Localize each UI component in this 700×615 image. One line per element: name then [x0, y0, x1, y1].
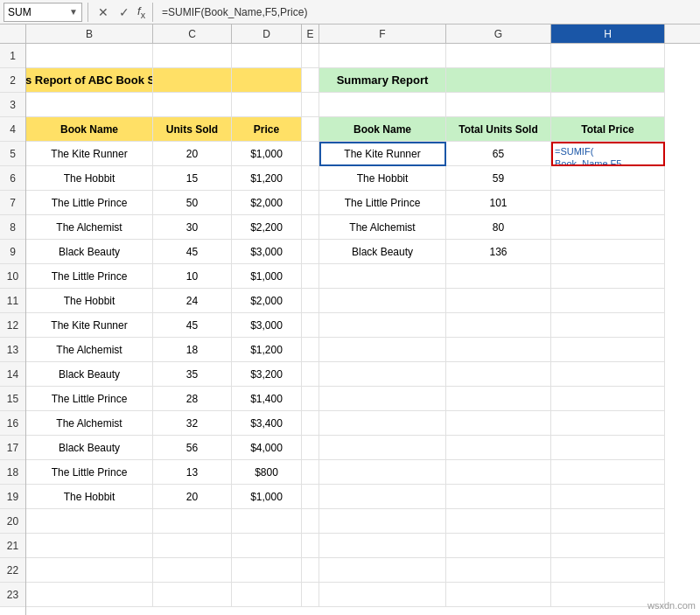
cell-g3[interactable] [446, 93, 551, 117]
cell-e6[interactable] [302, 166, 319, 191]
cell-e14[interactable] [302, 362, 319, 387]
cell-d5[interactable]: $1,000 [232, 142, 302, 166]
cell-f20[interactable] [319, 509, 446, 534]
cell-b16[interactable]: The Alchemist [26, 411, 153, 436]
cell-c22[interactable] [153, 558, 232, 583]
cell-g8[interactable]: 80 [446, 215, 551, 240]
cell-e15[interactable] [302, 387, 319, 411]
cell-b3[interactable] [26, 93, 153, 117]
cell-e18[interactable] [302, 460, 319, 485]
cell-c1[interactable] [153, 44, 232, 68]
cell-e4[interactable] [302, 117, 319, 142]
cell-e19[interactable] [302, 485, 319, 509]
cell-h13[interactable] [551, 338, 665, 362]
cell-h19[interactable] [551, 485, 665, 509]
cell-b18[interactable]: The Little Prince [26, 460, 153, 485]
cell-g6[interactable]: 59 [446, 166, 551, 191]
cell-h8[interactable] [551, 215, 665, 240]
cell-d19[interactable]: $1,000 [232, 485, 302, 509]
cell-f19[interactable] [319, 485, 446, 509]
cell-d9[interactable]: $3,000 [232, 240, 302, 264]
cell-c20[interactable] [153, 509, 232, 534]
cell-c12[interactable]: 45 [153, 313, 232, 338]
cell-h20[interactable] [551, 509, 665, 534]
cell-g10[interactable] [446, 264, 551, 289]
cell-h6[interactable] [551, 166, 665, 191]
cell-b12[interactable]: The Kite Runner [26, 313, 153, 338]
cell-g4-header[interactable]: Total Units Sold [446, 117, 551, 142]
cell-g20[interactable] [446, 509, 551, 534]
cell-f3[interactable] [319, 93, 446, 117]
cell-b2-title[interactable]: Sales Report of ABC Book Store [26, 68, 153, 93]
cell-d12[interactable]: $3,000 [232, 313, 302, 338]
cell-h18[interactable] [551, 460, 665, 485]
cell-d20[interactable] [232, 509, 302, 534]
cell-d17[interactable]: $4,000 [232, 436, 302, 460]
cell-b14[interactable]: Black Beauty [26, 362, 153, 387]
cell-b22[interactable] [26, 558, 153, 583]
cell-c3[interactable] [153, 93, 232, 117]
cell-e13[interactable] [302, 338, 319, 362]
cell-f8[interactable]: The Alchemist [319, 215, 446, 240]
cell-h17[interactable] [551, 436, 665, 460]
cell-e12[interactable] [302, 313, 319, 338]
cell-h14[interactable] [551, 362, 665, 387]
cell-g16[interactable] [446, 411, 551, 436]
cell-b21[interactable] [26, 534, 153, 558]
cell-d13[interactable]: $1,200 [232, 338, 302, 362]
cell-d18[interactable]: $800 [232, 460, 302, 485]
cell-c14[interactable]: 35 [153, 362, 232, 387]
cell-e23[interactable] [302, 583, 319, 607]
cell-c18[interactable]: 13 [153, 460, 232, 485]
cell-d16[interactable]: $3,400 [232, 411, 302, 436]
cell-e7[interactable] [302, 191, 319, 215]
cell-h22[interactable] [551, 558, 665, 583]
cell-h1[interactable] [551, 44, 665, 68]
cell-d8[interactable]: $2,200 [232, 215, 302, 240]
cell-e1[interactable] [302, 44, 319, 68]
cell-b20[interactable] [26, 509, 153, 534]
cell-h5-formula[interactable]: =SUMIF(Book_Name,F5,Price) [551, 142, 665, 166]
cell-h11[interactable] [551, 289, 665, 313]
cell-c10[interactable]: 10 [153, 264, 232, 289]
cell-c11[interactable]: 24 [153, 289, 232, 313]
cell-g11[interactable] [446, 289, 551, 313]
cell-f4-header[interactable]: Book Name [319, 117, 446, 142]
cell-b5[interactable]: The Kite Runner [26, 142, 153, 166]
cell-f17[interactable] [319, 436, 446, 460]
cell-d11[interactable]: $2,000 [232, 289, 302, 313]
cell-e21[interactable] [302, 534, 319, 558]
cell-c16[interactable]: 32 [153, 411, 232, 436]
cell-f11[interactable] [319, 289, 446, 313]
cell-c13[interactable]: 18 [153, 338, 232, 362]
cell-g2-title[interactable] [446, 68, 551, 93]
cell-b6[interactable]: The Hobbit [26, 166, 153, 191]
cell-h9[interactable] [551, 240, 665, 264]
cell-h16[interactable] [551, 411, 665, 436]
cell-h4-header[interactable]: Total Price [551, 117, 665, 142]
cell-b15[interactable]: The Little Prince [26, 387, 153, 411]
cell-c6[interactable]: 15 [153, 166, 232, 191]
cell-d21[interactable] [232, 534, 302, 558]
cell-d6[interactable]: $1,200 [232, 166, 302, 191]
cell-c19[interactable]: 20 [153, 485, 232, 509]
formula-input[interactable] [158, 3, 696, 22]
cell-c9[interactable]: 45 [153, 240, 232, 264]
cell-h7[interactable] [551, 191, 665, 215]
cell-d3[interactable] [232, 93, 302, 117]
cell-c15[interactable]: 28 [153, 387, 232, 411]
cell-d7[interactable]: $2,000 [232, 191, 302, 215]
cell-c23[interactable] [153, 583, 232, 607]
cell-b8[interactable]: The Alchemist [26, 215, 153, 240]
cell-f15[interactable] [319, 387, 446, 411]
cell-g12[interactable] [446, 313, 551, 338]
cell-d4-header[interactable]: Price [232, 117, 302, 142]
confirm-formula-button[interactable]: ✓ [115, 3, 134, 22]
cell-b13[interactable]: The Alchemist [26, 338, 153, 362]
cell-g22[interactable] [446, 558, 551, 583]
cell-b11[interactable]: The Hobbit [26, 289, 153, 313]
cell-c21[interactable] [153, 534, 232, 558]
cell-f13[interactable] [319, 338, 446, 362]
cell-d15[interactable]: $1,400 [232, 387, 302, 411]
cell-f22[interactable] [319, 558, 446, 583]
